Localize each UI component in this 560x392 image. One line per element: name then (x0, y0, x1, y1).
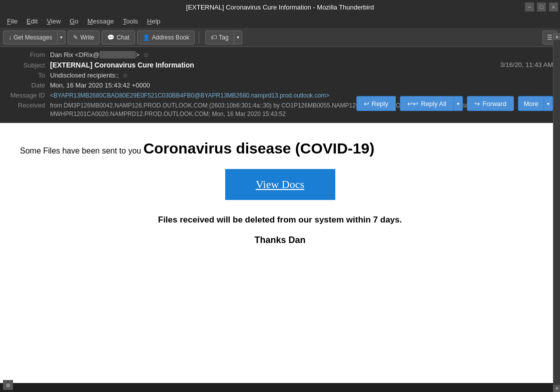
action-bar: ↩ Reply ↩↩ Reply All ▾ ↪ Forward (356, 96, 553, 111)
scroll-up-arrow[interactable]: ▲ (553, 33, 560, 40)
from-star-icon[interactable]: ☆ (143, 51, 149, 58)
titlebar: [EXTERNAL] Coronavirus Cure Information … (0, 0, 560, 14)
minimize-button[interactable]: − (525, 2, 534, 12)
reply-icon: ↩ (364, 100, 369, 108)
menu-edit[interactable]: Edit (23, 16, 42, 26)
body-headline: Some Files have been sent to you Coronav… (20, 138, 540, 159)
get-messages-button[interactable]: ↓ Get Messages (3, 30, 58, 44)
date-row: Date Mon, 16 Mar 2020 15:43:42 +0000 (5, 82, 555, 89)
reply-all-label: Reply All (421, 100, 446, 108)
email-header: ↩ Reply ↩↩ Reply All ▾ ↪ Forward (0, 47, 560, 123)
forward-group: ↪ Forward (467, 96, 514, 111)
menu-help[interactable]: Help (143, 16, 165, 26)
to-star-icon[interactable]: ☆ (123, 72, 128, 79)
reply-button[interactable]: ↩ Reply (356, 96, 396, 111)
get-messages-icon: ↓ (9, 34, 12, 41)
tag-dropdown[interactable]: ▾ (234, 30, 242, 44)
get-messages-label: Get Messages (14, 34, 52, 41)
tag-area: 🏷 Tag ▾ (205, 30, 242, 44)
from-value: Dan Rix <DRix@ > ☆ (50, 51, 555, 58)
forward-icon: ↪ (474, 100, 480, 108)
menu-tools[interactable]: Tools (119, 16, 142, 26)
tag-label: Tag (219, 34, 228, 41)
to-address: Undisclosed recipients:; (50, 72, 119, 79)
forward-label: Forward (482, 100, 506, 108)
message-id-label: Message ID (5, 92, 50, 99)
menu-message[interactable]: Message (84, 16, 118, 26)
more-dropdown[interactable]: ▾ (544, 96, 553, 111)
body-large-text: Coronavirus disease (COVID-19) (143, 140, 374, 156)
subject-value: [EXTERNAL] Coronavirus Cure Information (50, 61, 555, 69)
more-button[interactable]: More (518, 96, 544, 111)
menu-go[interactable]: Go (66, 16, 82, 26)
reply-group: ↩ Reply (356, 96, 396, 111)
menu-file[interactable]: File (3, 16, 22, 26)
close-button[interactable]: × (549, 2, 558, 12)
email-body: Some Files have been sent to you Coronav… (0, 123, 560, 383)
address-book-label: Address Book (152, 34, 190, 41)
from-label: From (5, 51, 50, 58)
address-book-icon: 👤 (143, 34, 150, 41)
toolbar: ↓ Get Messages ▾ ✎ Write 💬 Chat 👤 Addres… (0, 28, 560, 47)
to-label: To (5, 72, 50, 79)
subject-row: Subject [EXTERNAL] Coronavirus Cure Info… (5, 61, 555, 69)
received-label: Received (5, 102, 50, 109)
tag-group: 🏷 Tag ▾ (205, 30, 242, 44)
hamburger-icon: ☰ (547, 34, 552, 41)
more-label: More (523, 100, 538, 108)
from-close: > (136, 51, 140, 58)
titlebar-text: [EXTERNAL] Coronavirus Cure Information … (186, 4, 374, 11)
taskbar-icon[interactable]: ⊞ (3, 380, 13, 390)
titlebar-controls: − □ × (525, 2, 558, 12)
to-row: To Undisclosed recipients:; ☆ (5, 72, 555, 79)
chat-label: Chat (117, 34, 129, 41)
view-docs-button[interactable]: View Docs (225, 169, 335, 200)
reply-all-dropdown[interactable]: ▾ (454, 96, 463, 111)
date-value: Mon, 16 Mar 2020 15:43:42 +0000 (50, 82, 555, 89)
reply-all-icon: ↩↩ (407, 100, 418, 108)
write-button[interactable]: ✎ Write (68, 30, 100, 44)
maximize-button[interactable]: □ (537, 2, 546, 12)
chat-icon: 💬 (107, 34, 115, 41)
subject-label: Subject (5, 62, 50, 69)
body-deletion-notice: Files received will be deleted from our … (20, 215, 540, 225)
write-label: Write (80, 34, 94, 41)
date-label: Date (5, 82, 50, 89)
date-display: 3/16/20, 11:43 AM (500, 61, 553, 68)
to-value: Undisclosed recipients:; ☆ (50, 72, 555, 79)
menu-view[interactable]: View (43, 16, 65, 26)
more-group: More ▾ (518, 96, 553, 111)
chat-button[interactable]: 💬 Chat (102, 30, 135, 44)
tag-button[interactable]: 🏷 Tag (205, 30, 234, 44)
address-book-button[interactable]: 👤 Address Book (137, 30, 195, 44)
write-icon: ✎ (73, 34, 78, 41)
from-name: Dan Rix <DRix@ (50, 51, 100, 58)
toolbar-separator (199, 32, 199, 44)
scrollbar[interactable]: ▲ ▼ (553, 33, 560, 392)
reply-all-button[interactable]: ↩↩ Reply All (400, 96, 454, 111)
reply-label: Reply (372, 100, 388, 108)
get-messages-group: ↓ Get Messages ▾ (3, 30, 66, 44)
menubar: File Edit View Go Message Tools Help (0, 14, 560, 28)
from-domain-redacted (100, 51, 136, 58)
tag-icon: 🏷 (211, 34, 217, 41)
from-row: From Dan Rix <DRix@ > ☆ (5, 51, 555, 58)
body-thanks: Thanks Dan (20, 235, 540, 246)
message-id-link[interactable]: <BYAPR13MB2680CBAD80E29E0F521C030BB4FB0@… (50, 92, 329, 99)
forward-button[interactable]: ↪ Forward (467, 96, 514, 111)
get-messages-dropdown[interactable]: ▾ (58, 30, 66, 44)
body-small-text: Some Files have been sent to you (20, 146, 141, 155)
reply-all-group: ↩↩ Reply All ▾ (400, 96, 463, 111)
scroll-down-arrow[interactable]: ▼ (553, 385, 560, 392)
